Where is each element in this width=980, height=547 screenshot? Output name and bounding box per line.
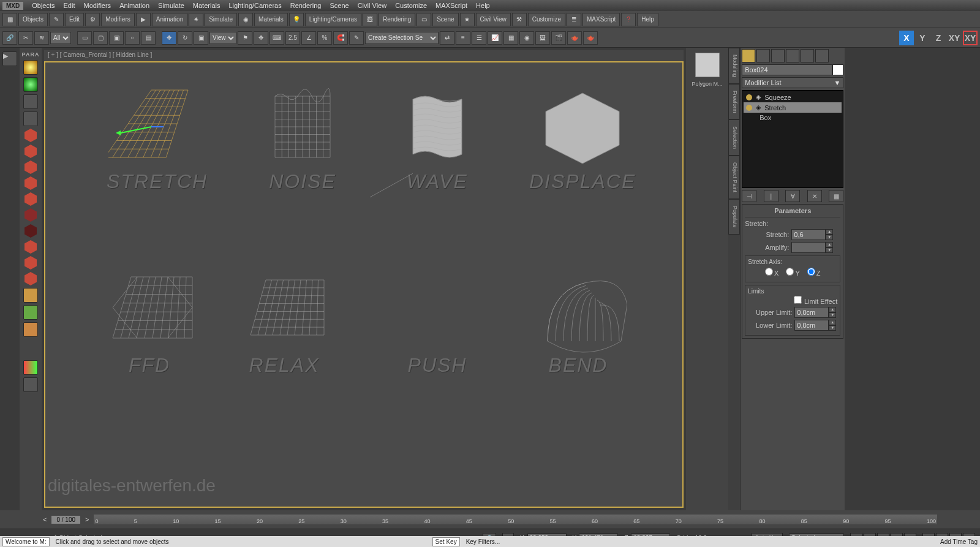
obj-icon[interactable]: ▦ — [2, 13, 17, 26]
hex10-icon[interactable] — [24, 272, 37, 285]
tb-lighting[interactable]: Lighting/Cameras — [305, 13, 361, 26]
hex1-icon[interactable] — [24, 129, 37, 142]
render-prod-icon[interactable]: 🫖 — [567, 31, 582, 45]
render-icon[interactable]: 🖼 — [363, 13, 377, 26]
display-tab-icon[interactable] — [801, 49, 814, 62]
tb-help[interactable]: Help — [637, 13, 658, 26]
keyfilters-button[interactable]: Key Filters... — [466, 538, 500, 545]
tb-civil[interactable]: Civil View — [476, 13, 511, 26]
utilities-tab-icon[interactable] — [815, 49, 829, 62]
bulb-icon[interactable] — [746, 105, 752, 111]
stack-squeeze[interactable]: ◈Squeeze — [744, 92, 842, 102]
vtab-objpaint[interactable]: Object Paint — [728, 156, 740, 199]
menu-objects[interactable]: Objects — [32, 2, 55, 9]
anim-icon[interactable]: ▶ — [136, 13, 151, 26]
shape-cube[interactable] — [315, 179, 413, 258]
named-sel[interactable]: Create Selection Se — [365, 32, 439, 44]
script-icon[interactable]: ≣ — [567, 13, 581, 26]
render-last-icon[interactable]: 🫖 — [583, 31, 598, 45]
menu-civilview[interactable]: Civil View — [358, 2, 386, 9]
bind-icon[interactable]: ≋ — [34, 31, 49, 45]
gear-icon[interactable] — [23, 94, 38, 109]
menu-help[interactable]: Help — [476, 2, 490, 9]
color-swatch[interactable] — [832, 64, 843, 75]
select-manip-icon[interactable]: ✥ — [254, 31, 268, 45]
tb-scene[interactable]: Scene — [432, 13, 458, 26]
hex2-icon[interactable] — [24, 145, 37, 158]
menu-modifiers[interactable]: Modifiers — [84, 2, 111, 9]
schematic-icon[interactable]: ▦ — [503, 31, 518, 45]
mat-icon[interactable]: ◉ — [238, 13, 253, 26]
create-tab-icon[interactable] — [742, 49, 755, 62]
configure-icon[interactable]: ▦ — [829, 190, 843, 202]
remove-mod-icon[interactable]: ✕ — [807, 190, 822, 202]
tb-maxscript[interactable]: MAXScript — [582, 13, 620, 26]
frame-indicator[interactable]: 0 / 100 — [51, 516, 80, 524]
hex9-icon[interactable] — [24, 256, 37, 270]
sphere2-icon[interactable] — [23, 77, 38, 92]
render-setup-icon[interactable]: 🖼 — [535, 31, 550, 45]
tb-animation[interactable]: Animation — [152, 13, 187, 26]
vtab-selection[interactable]: Selection — [728, 119, 740, 156]
scale-icon[interactable]: ▣ — [194, 31, 208, 45]
hex7-icon[interactable] — [24, 224, 37, 238]
help-icon[interactable]: ? — [621, 13, 636, 26]
expand-icon[interactable]: ▶ — [2, 51, 17, 66]
pin-stack-icon[interactable]: ⊣ — [742, 190, 756, 202]
menu-materials[interactable]: Materials — [193, 2, 221, 9]
tb-simulate[interactable]: Simulate — [205, 13, 237, 26]
tb-customize[interactable]: Customize — [528, 13, 565, 26]
axis-z[interactable]: Z — [931, 31, 946, 45]
menu-edit[interactable]: Edit — [64, 2, 75, 9]
vtab-populate[interactable]: Populate — [728, 199, 740, 235]
rotate-icon[interactable]: ↻ — [178, 31, 192, 45]
limit-effect-check[interactable]: Limit Effect — [794, 298, 837, 305]
vtab-modeling[interactable]: Modeling — [728, 48, 740, 84]
percent-snap-icon[interactable]: % — [317, 31, 332, 45]
link-icon[interactable]: 🔗 — [2, 31, 17, 45]
hex3-icon[interactable] — [24, 160, 37, 174]
spinner-snap-icon[interactable]: 🧲 — [333, 31, 348, 45]
vtab-freeform[interactable]: Freeform — [728, 84, 740, 120]
show-end-icon[interactable]: | — [764, 190, 778, 202]
matedit-icon[interactable]: ◉ — [519, 31, 534, 45]
sel-rect-icon[interactable]: ▭ — [77, 31, 92, 45]
amplify-field[interactable] — [791, 242, 826, 253]
down-arrow-icon[interactable]: ▼ — [826, 235, 833, 240]
angle-snap-icon[interactable]: ∠ — [301, 31, 316, 45]
pivot-icon[interactable]: ⚑ — [238, 31, 252, 45]
tb-edit[interactable]: Edit — [65, 13, 84, 26]
excel-icon[interactable] — [23, 305, 38, 320]
cust-icon[interactable]: ⚒ — [512, 13, 527, 26]
axis-xy-lock[interactable]: XY — [963, 31, 978, 45]
tb-rendering[interactable]: Rendering — [379, 13, 415, 26]
unlink-icon[interactable]: ✂ — [18, 31, 33, 45]
hex6-icon[interactable] — [24, 208, 37, 222]
move-icon[interactable]: ✥ — [162, 31, 176, 45]
gradient-icon[interactable] — [23, 360, 38, 375]
menu-rendering[interactable]: Rendering — [290, 2, 322, 9]
box-icon[interactable] — [23, 111, 38, 126]
plus-icon[interactable] — [23, 377, 38, 392]
axis-x[interactable]: X — [899, 31, 914, 45]
menu-lighting[interactable]: Lighting/Cameras — [228, 2, 281, 9]
axis-z-radio[interactable]: Z — [807, 268, 821, 277]
up-arrow-icon[interactable]: ▲ — [826, 229, 833, 235]
hex4-icon[interactable] — [24, 176, 37, 190]
tb-objects[interactable]: Objects — [18, 13, 48, 26]
shape-stretch[interactable]: xSTRETCH — [107, 87, 208, 193]
shape-relax[interactable]: RELAX — [235, 271, 333, 377]
edit-icon[interactable]: ✎ — [49, 13, 64, 26]
civil-icon[interactable]: ★ — [460, 13, 475, 26]
make-unique-icon[interactable]: ∀ — [785, 190, 800, 202]
hierarchy-tab-icon[interactable] — [771, 49, 785, 62]
sel-paint-icon[interactable]: ▤ — [141, 31, 156, 45]
shape-bend[interactable]: BEND — [529, 271, 627, 377]
shape-displace[interactable]: DISPLACE — [529, 87, 636, 193]
viewport-label[interactable]: [ + ] [ Camera_Frontal ] [ Hidden Line ] — [44, 50, 684, 61]
upper-limit-field[interactable] — [794, 307, 829, 318]
lower-limit-field[interactable] — [794, 320, 829, 331]
sim-icon[interactable]: ✷ — [189, 13, 203, 26]
viewport[interactable]: xSTRETCHNOISEWAVEDISPLACEFFDRELAXPUSHBEN… — [44, 61, 684, 508]
addtag-button[interactable]: Add Time Tag — [940, 538, 978, 545]
